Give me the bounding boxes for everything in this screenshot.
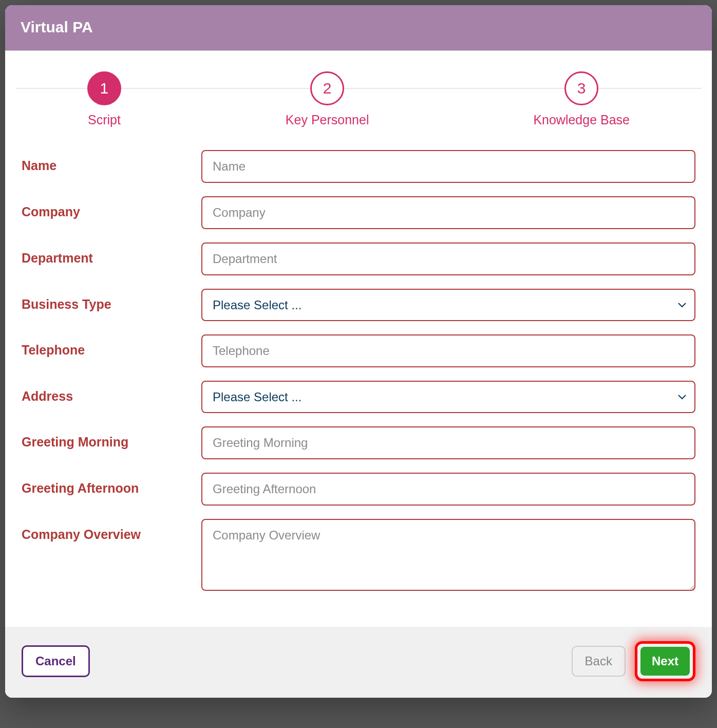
row-department: Department xyxy=(22,242,695,275)
row-address: Address Please Select ... xyxy=(22,381,695,413)
label-department: Department xyxy=(22,242,201,266)
step-label-2: Key Personnel xyxy=(286,113,369,127)
step-key-personnel[interactable]: 2 Key Personnel xyxy=(286,71,369,127)
modal-title: Virtual PA xyxy=(21,18,696,36)
step-label-3: Knowledge Base xyxy=(533,113,630,127)
company-input[interactable] xyxy=(201,196,695,229)
name-input[interactable] xyxy=(201,150,695,183)
row-greeting-afternoon: Greeting Afternoon xyxy=(22,473,695,506)
label-telephone: Telephone xyxy=(22,334,201,358)
wizard-stepper: 1 Script 2 Key Personnel 3 Knowledge Bas… xyxy=(5,51,712,140)
label-address: Address xyxy=(22,381,201,404)
label-greeting-morning: Greeting Morning xyxy=(22,426,201,450)
label-company-overview: Company Overview xyxy=(22,519,201,542)
greeting-afternoon-input[interactable] xyxy=(201,473,695,506)
label-business-type: Business Type xyxy=(22,289,201,312)
step-label-1: Script xyxy=(88,113,121,127)
department-input[interactable] xyxy=(201,242,695,275)
address-select[interactable]: Please Select ... xyxy=(201,381,695,413)
step-knowledge-base[interactable]: 3 Knowledge Base xyxy=(533,71,630,127)
modal-footer: Cancel Back Next xyxy=(5,627,712,698)
row-greeting-morning: Greeting Morning xyxy=(22,426,695,459)
row-name: Name xyxy=(22,150,695,183)
form-body: Name Company Department Business Type Pl… xyxy=(5,140,712,627)
next-highlight: Next xyxy=(635,641,695,681)
business-type-select[interactable]: Please Select ... xyxy=(201,289,695,321)
company-overview-textarea[interactable] xyxy=(201,519,695,591)
row-company: Company xyxy=(22,196,695,229)
label-company: Company xyxy=(22,196,201,219)
step-circle-1: 1 xyxy=(87,71,121,105)
modal-header: Virtual PA xyxy=(5,5,712,51)
row-telephone: Telephone xyxy=(22,334,695,367)
greeting-morning-input[interactable] xyxy=(201,426,695,459)
step-script[interactable]: 1 Script xyxy=(87,71,121,127)
label-name: Name xyxy=(22,150,201,173)
telephone-input[interactable] xyxy=(201,334,695,367)
row-company-overview: Company Overview xyxy=(22,519,695,593)
label-greeting-afternoon: Greeting Afternoon xyxy=(22,473,201,496)
row-business-type: Business Type Please Select ... xyxy=(22,289,695,321)
step-circle-3: 3 xyxy=(564,71,598,105)
cancel-button[interactable]: Cancel xyxy=(22,645,90,677)
back-button[interactable]: Back xyxy=(572,646,626,677)
virtual-pa-modal: Virtual PA 1 Script 2 Key Personnel 3 Kn… xyxy=(5,5,712,698)
next-button[interactable]: Next xyxy=(640,647,690,676)
step-circle-2: 2 xyxy=(310,71,344,105)
